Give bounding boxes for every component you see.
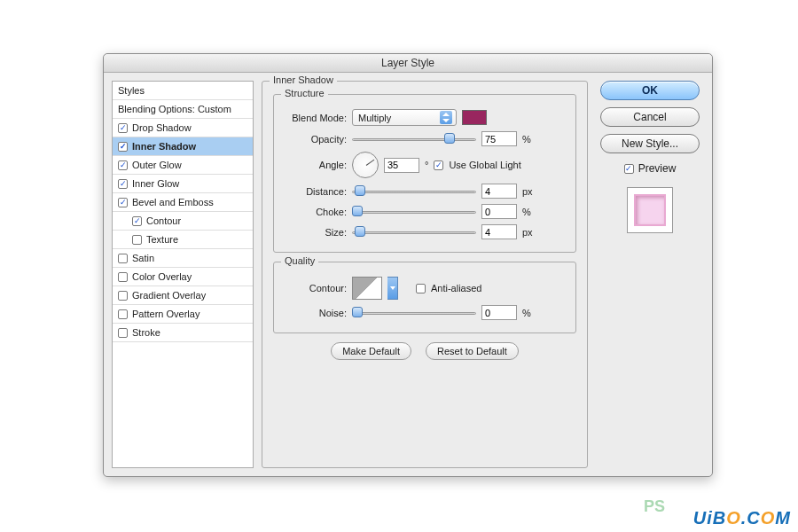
noise-field[interactable]: [481, 305, 517, 320]
inner-shadow-group: Inner Shadow Structure Blend Mode: Multi…: [262, 81, 588, 468]
anti-aliased-label: Anti-aliased: [431, 283, 481, 293]
wm-a: UiB: [693, 508, 726, 528]
sidebar-item-inner-glow[interactable]: Inner Glow: [113, 175, 253, 193]
angle-row: Angle: ° Use Global Light: [283, 152, 567, 178]
new-style-button[interactable]: New Style...: [600, 134, 700, 153]
opacity-row: Opacity: %: [283, 131, 567, 146]
checkbox[interactable]: [118, 291, 128, 301]
sidebar-item-label: Stroke: [132, 327, 160, 338]
opacity-field[interactable]: [481, 131, 517, 146]
blend-mode-label: Blend Mode:: [283, 113, 347, 123]
noise-slider[interactable]: [352, 307, 476, 319]
cancel-button[interactable]: Cancel: [600, 107, 700, 127]
sidebar-item-label: Inner Shadow: [132, 141, 196, 152]
wm-b: .C: [741, 508, 761, 528]
sidebar-item-inner-shadow[interactable]: Inner Shadow: [113, 137, 253, 156]
sidebar-item-gradient-overlay[interactable]: Gradient Overlay: [113, 286, 253, 305]
sidebar-item-texture[interactable]: Texture: [113, 231, 253, 249]
distance-field[interactable]: [481, 184, 517, 199]
sidebar-item-label: Outer Glow: [132, 160, 182, 170]
distance-label: Distance:: [283, 186, 347, 197]
sidebar-item-pattern-overlay[interactable]: Pattern Overlay: [113, 305, 253, 324]
blend-color-swatch[interactable]: [462, 110, 487, 125]
dialog-body: Styles Blending Options: Custom Drop Sha…: [104, 73, 712, 476]
quality-legend: Quality: [281, 255, 318, 266]
checkbox[interactable]: [118, 272, 128, 282]
checkbox[interactable]: [118, 179, 128, 189]
checkbox[interactable]: [132, 235, 142, 245]
opacity-slider[interactable]: [352, 133, 476, 145]
checkbox[interactable]: [118, 160, 128, 170]
contour-label: Contour:: [283, 283, 347, 293]
angle-dial[interactable]: [352, 152, 379, 178]
sidebar-item-label: Contour: [146, 215, 181, 226]
size-slider[interactable]: [352, 226, 476, 239]
checkbox[interactable]: [118, 198, 128, 207]
sidebar-item-label: Pattern Overlay: [132, 309, 200, 319]
choke-slider[interactable]: [352, 206, 476, 218]
sidebar-item-blending-options[interactable]: Blending Options: Custom: [113, 100, 253, 119]
contour-picker[interactable]: [352, 277, 382, 300]
opacity-unit: %: [522, 134, 536, 145]
reset-default-button[interactable]: Reset to Default: [426, 342, 519, 360]
sidebar-item-drop-shadow[interactable]: Drop Shadow: [113, 119, 253, 137]
preview-label: Preview: [638, 162, 677, 175]
structure-legend: Structure: [281, 88, 328, 98]
ok-button[interactable]: OK: [600, 81, 700, 100]
make-default-button[interactable]: Make Default: [331, 342, 411, 360]
contour-row: Contour: Anti-aliased: [283, 277, 567, 300]
checkbox[interactable]: [118, 123, 128, 133]
stepper-icon: [440, 111, 452, 124]
default-buttons-row: Make Default Reset to Default: [273, 342, 576, 360]
angle-label: Angle:: [283, 160, 347, 170]
structure-group: Structure Blend Mode: Multiply Opaci: [273, 94, 576, 253]
right-column: OK Cancel New Style... Preview: [596, 81, 704, 468]
sidebar-item-label: Gradient Overlay: [132, 290, 206, 301]
noise-unit: %: [522, 308, 536, 318]
sidebar-item-color-overlay[interactable]: Color Overlay: [113, 268, 253, 286]
preview-inner-icon: [634, 194, 666, 226]
checkbox[interactable]: [118, 142, 128, 152]
sidebar-item-stroke[interactable]: Stroke: [113, 324, 253, 342]
dot-icon: O: [761, 508, 776, 528]
quality-group: Quality Contour: Anti-aliased Noise:: [273, 262, 576, 333]
opacity-label: Opacity:: [283, 134, 347, 145]
layer-style-dialog: Layer Style Styles Blending Options: Cus…: [103, 53, 713, 477]
preview-checkbox[interactable]: [624, 164, 634, 174]
sidebar-item-contour[interactable]: Contour: [113, 212, 253, 231]
distance-slider[interactable]: [352, 185, 476, 198]
checkbox[interactable]: [132, 216, 142, 226]
sidebar-item-outer-glow[interactable]: Outer Glow: [113, 156, 253, 175]
choke-field[interactable]: [481, 204, 517, 219]
dialog-title: Layer Style: [104, 54, 712, 73]
preview-thumbnail: [627, 187, 673, 233]
sidebar-item-bevel-emboss[interactable]: Bevel and Emboss: [113, 193, 253, 212]
checkbox[interactable]: [118, 309, 128, 319]
contour-dropdown-icon[interactable]: [387, 277, 398, 300]
checkbox[interactable]: [118, 328, 128, 338]
angle-unit: °: [425, 160, 428, 170]
size-unit: px: [522, 227, 536, 238]
blend-mode-select[interactable]: Multiply: [352, 109, 457, 126]
sidebar-item-styles[interactable]: Styles: [113, 82, 253, 100]
size-label: Size:: [283, 227, 347, 238]
sidebar-item-label: Satin: [132, 253, 154, 263]
preview-toggle[interactable]: Preview: [624, 162, 677, 175]
sidebar-item-satin[interactable]: Satin: [113, 249, 253, 268]
blend-mode-row: Blend Mode: Multiply: [283, 109, 567, 126]
site-watermark: UiBO.COM: [693, 508, 791, 528]
angle-field[interactable]: [384, 158, 419, 173]
sidebar-item-label: Styles: [118, 85, 145, 96]
size-row: Size: px: [283, 224, 567, 239]
sidebar-item-label: Bevel and Emboss: [132, 197, 214, 207]
main-panel: Inner Shadow Structure Blend Mode: Multi…: [262, 81, 588, 468]
size-field[interactable]: [481, 224, 517, 239]
sidebar-item-label: Texture: [146, 234, 178, 245]
sidebar-item-label: Color Overlay: [132, 271, 192, 282]
wm-c: M: [775, 508, 791, 528]
checkbox[interactable]: [118, 254, 128, 263]
styles-sidebar: Styles Blending Options: Custom Drop Sha…: [112, 81, 254, 468]
anti-aliased-checkbox[interactable]: [416, 284, 426, 293]
global-light-checkbox[interactable]: [434, 160, 443, 170]
distance-row: Distance: px: [283, 184, 567, 199]
